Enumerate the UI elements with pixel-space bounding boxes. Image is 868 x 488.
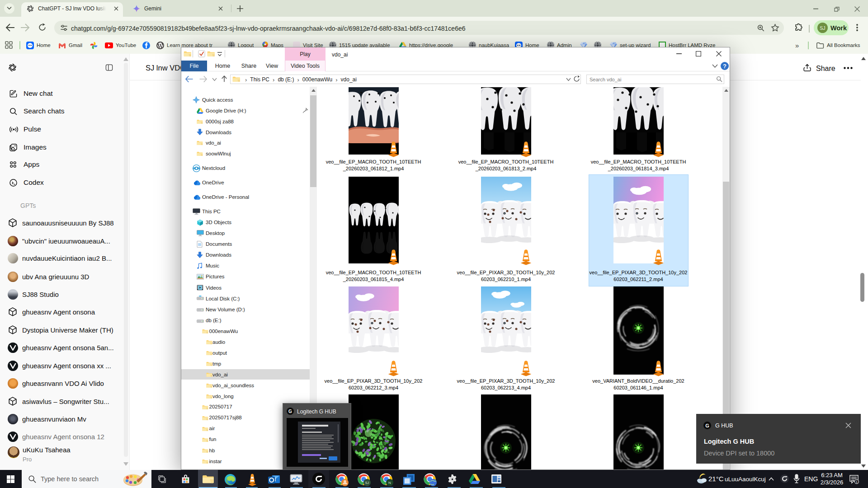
svg-text:N: N: [388, 481, 391, 485]
svg-text:1: 1: [856, 480, 858, 483]
svg-text:SJ: SJ: [365, 481, 369, 485]
